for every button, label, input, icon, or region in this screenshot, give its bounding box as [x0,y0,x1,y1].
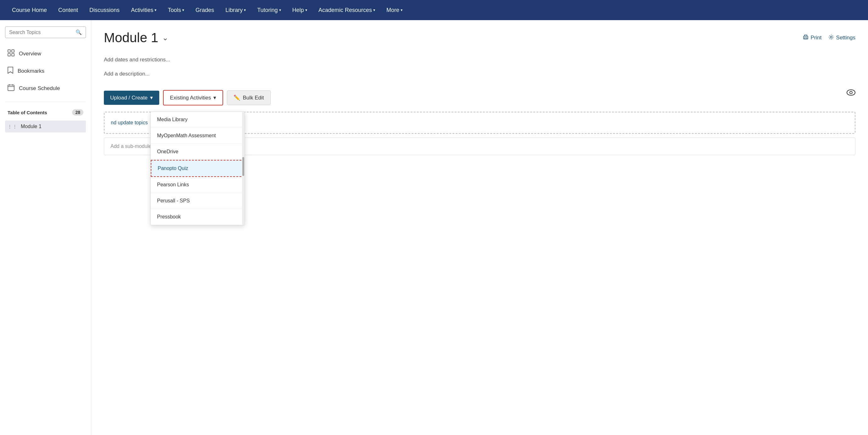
add-description-field[interactable]: Add a description... [104,67,856,81]
nav-tools[interactable]: Tools ▾ [163,4,188,16]
library-chevron-icon: ▾ [244,8,246,12]
svg-rect-2 [8,54,10,56]
dropdown-myopenmath[interactable]: MyOpenMath Assessment [151,128,245,144]
sidebar-module-1[interactable]: ⋮⋮ Module 1 [5,121,86,132]
dropdown-onedrive[interactable]: OneDrive [151,144,245,160]
existing-activities-button[interactable]: Existing Activities ▾ [163,90,223,105]
nav-course-home[interactable]: Course Home [7,4,51,16]
dropdown-pressbook[interactable]: Pressbook [151,209,245,225]
module-header: Module 1 ⌄ Print [104,30,856,45]
nav-grades[interactable]: Grades [191,4,218,16]
nav-library[interactable]: Library ▾ [221,4,250,16]
module-title: Module 1 ⌄ [104,30,168,45]
existing-activities-dropdown: Media Library MyOpenMath Assessment OneD… [150,112,245,225]
settings-icon [828,34,834,42]
sidebar-divider [5,101,86,102]
header-actions: Print Settings [803,34,856,42]
toolbar: Upload / Create ▾ Existing Activities ▾ … [104,90,856,105]
bulk-edit-button[interactable]: ✏️ Bulk Edit [227,90,270,105]
svg-rect-9 [804,37,807,39]
sidebar-item-overview[interactable]: Overview [5,45,86,62]
bookmark-icon [7,67,13,75]
activities-chevron-icon: ▾ [155,8,156,12]
dropdown-media-library[interactable]: Media Library [151,112,245,128]
search-input[interactable] [9,30,75,35]
drag-handle-icon: ⋮⋮ [7,124,18,129]
svg-rect-0 [8,50,10,52]
svg-rect-1 [12,50,14,52]
sidebar-item-bookmarks[interactable]: Bookmarks [5,63,86,79]
update-topics-link[interactable]: nd update topics [111,120,148,125]
add-dates-field[interactable]: Add dates and restrictions... [104,53,856,67]
dropdown-perusall-sps[interactable]: Perusall - SPS [151,193,245,209]
settings-button[interactable]: Settings [828,34,856,42]
calendar-icon [7,84,14,93]
more-chevron-icon: ▾ [401,8,403,12]
scrollbar-thumb [242,157,244,176]
nav-academic-resources[interactable]: Academic Resources ▾ [314,4,379,16]
print-button[interactable]: Print [803,34,822,42]
top-navigation: Course Home Content Discussions Activiti… [0,0,868,20]
nav-discussions[interactable]: Discussions [85,4,124,16]
sidebar: 🔍 Overview Bookmarks [0,20,91,435]
dropdown-panopto-quiz[interactable]: Panopto Quiz [151,160,245,177]
tools-chevron-icon: ▾ [182,8,184,12]
search-box[interactable]: 🔍 [5,26,86,38]
main-layout: 🔍 Overview Bookmarks [0,20,868,435]
help-chevron-icon: ▾ [305,8,307,12]
dropdown-pearson-links[interactable]: Pearson Links [151,177,245,193]
svg-rect-4 [8,85,14,91]
toc-badge: 28 [72,109,84,116]
toc-header: Table of Contents 28 [5,107,86,118]
nav-content[interactable]: Content [54,4,83,16]
overview-icon [7,50,14,58]
existing-chevron-icon: ▾ [213,94,216,101]
search-icon[interactable]: 🔍 [75,29,82,35]
print-icon [803,34,809,42]
tutoring-chevron-icon: ▾ [279,8,281,12]
module-chevron-icon[interactable]: ⌄ [162,33,168,42]
scrollbar [242,112,245,225]
pencil-icon: ✏️ [234,94,240,101]
nav-more[interactable]: More ▾ [382,4,407,16]
upload-create-button[interactable]: Upload / Create ▾ [104,91,159,105]
nav-activities[interactable]: Activities ▾ [126,4,161,16]
sidebar-item-course-schedule[interactable]: Course Schedule [5,80,86,96]
svg-rect-3 [12,54,14,56]
academic-resources-chevron-icon: ▾ [373,8,375,12]
svg-point-10 [830,36,832,38]
nav-tutoring[interactable]: Tutoring ▾ [253,4,285,16]
nav-help[interactable]: Help ▾ [288,4,312,16]
main-content: Module 1 ⌄ Print [91,20,868,435]
upload-chevron-icon: ▾ [150,94,153,101]
